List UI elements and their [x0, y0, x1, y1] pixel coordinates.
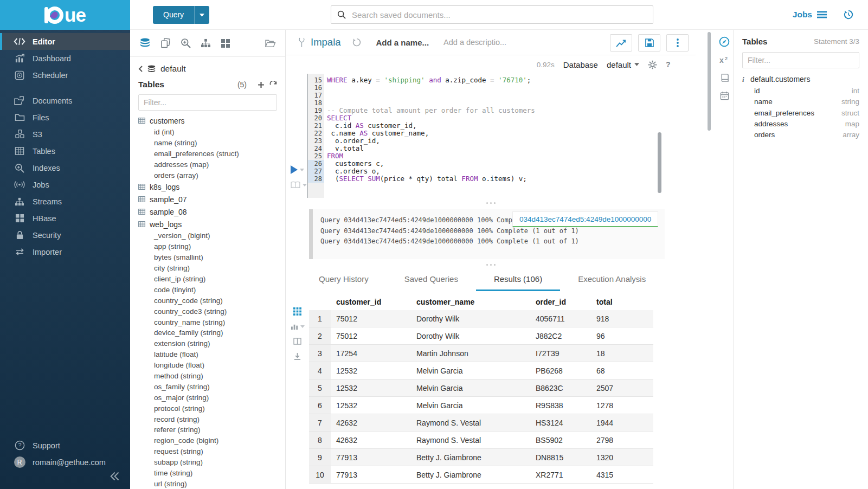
kebab-menu-button[interactable]: [666, 34, 689, 52]
column-item[interactable]: email_preferences (struct): [138, 149, 285, 159]
results-table[interactable]: customer_idcustomer_nameorder_idtotal 17…: [309, 293, 653, 484]
table-item[interactable]: k8s_logs: [138, 181, 285, 193]
grid-view-icon[interactable]: [293, 307, 301, 316]
jobs-link[interactable]: Jobs: [793, 10, 827, 20]
sidebar-item-s3[interactable]: S3: [0, 126, 130, 143]
documents-source-icon[interactable]: [160, 38, 171, 48]
column-item[interactable]: device_family (string): [138, 327, 285, 338]
table-row[interactable]: 977913Betty J. GiambroneDN88151320: [309, 449, 653, 466]
code-line[interactable]: WHERE a.key = 'shipping' and a.zip_code …: [327, 76, 685, 84]
column-item[interactable]: app (string): [138, 241, 285, 252]
column-item[interactable]: country_code3 (string): [138, 306, 285, 317]
column-item[interactable]: addresses (map): [138, 159, 285, 170]
panel-scrollbar[interactable]: [708, 32, 711, 131]
code-line[interactable]: -- Compute total amount per order for al…: [327, 107, 685, 114]
query-history-icon[interactable]: [352, 37, 362, 47]
sidebar-item-files[interactable]: Files: [0, 109, 130, 126]
code-line[interactable]: SELECT: [327, 114, 685, 122]
query-button-label[interactable]: Query: [153, 6, 194, 24]
chart-view-icon[interactable]: [291, 323, 305, 330]
column-item[interactable]: client_ip (string): [138, 274, 285, 285]
table-row[interactable]: 275012Dorothy WilkJ882C296: [309, 327, 653, 345]
language-docs-icon[interactable]: [720, 73, 729, 82]
open-folder-icon[interactable]: [265, 38, 276, 48]
tables-filter[interactable]: [138, 94, 277, 111]
results-column-header[interactable]: customer_id: [331, 293, 411, 310]
query-dropdown-caret[interactable]: [194, 6, 209, 24]
table-row[interactable]: 512532Melvin GarciaB8623C2507: [309, 379, 653, 397]
right-column-item[interactable]: ordersarray: [742, 130, 859, 140]
table-item[interactable]: sample_07: [138, 193, 285, 205]
code-line[interactable]: [327, 183, 685, 190]
tab-results-106-[interactable]: Results (106): [476, 270, 560, 291]
column-item[interactable]: referer (string): [138, 424, 285, 435]
run-options-caret[interactable]: [300, 169, 304, 171]
column-item[interactable]: extension (string): [138, 338, 285, 349]
tab-execution-analysis[interactable]: Execution Analysis: [560, 270, 664, 291]
schedule-calendar-icon[interactable]: [720, 91, 729, 100]
query-description-field[interactable]: Add a descriptio...: [443, 38, 506, 47]
sidebar-item-documents[interactable]: Documents: [0, 92, 130, 109]
column-item[interactable]: subapp (string): [138, 457, 285, 468]
column-item[interactable]: city (string): [138, 263, 285, 274]
new-query-button[interactable]: Query: [153, 6, 209, 24]
sidebar-item-jobs[interactable]: Jobs: [0, 176, 130, 193]
settings-gear-icon[interactable]: [648, 60, 657, 69]
sidebar-item-hbase[interactable]: HBase: [0, 210, 130, 227]
results-column-header[interactable]: total: [591, 293, 653, 310]
table-item[interactable]: sample_08: [138, 205, 285, 218]
column-item[interactable]: latitude (float): [138, 349, 285, 360]
code-line[interactable]: v.total: [327, 145, 685, 152]
right-column-item[interactable]: addressesmap: [742, 119, 859, 130]
resize-grip[interactable]: [286, 196, 696, 209]
sql-editor[interactable]: 1516171819202122232425262728 WHERE a.key…: [286, 74, 696, 196]
table-row[interactable]: 412532Melvin GarciaPB626868: [309, 362, 653, 379]
code-line[interactable]: [327, 190, 685, 198]
history-icon[interactable]: [843, 9, 854, 20]
database-value[interactable]: default: [607, 60, 631, 69]
column-item[interactable]: name (string): [138, 138, 285, 149]
column-item[interactable]: code (tinyint): [138, 285, 285, 295]
code-line[interactable]: (SELECT SUM(price * qty) total FROM o.it…: [327, 175, 685, 183]
sidebar-item-romain-gethue-com[interactable]: Rromain@gethue.com: [0, 454, 130, 471]
code-line[interactable]: c.id AS customer_id,: [327, 122, 685, 130]
column-item[interactable]: os_major (string): [138, 393, 285, 403]
column-item[interactable]: country_code (string): [138, 295, 285, 306]
column-item[interactable]: time (string): [138, 468, 285, 479]
sidebar-item-importer[interactable]: Importer: [0, 243, 130, 260]
column-item[interactable]: method (string): [138, 371, 285, 382]
column-item[interactable]: id (int): [138, 127, 285, 138]
help-icon[interactable]: ?: [666, 61, 671, 68]
tab-query-history[interactable]: Query History: [301, 270, 387, 291]
column-item[interactable]: os_family (string): [138, 382, 285, 393]
sidebar-item-security[interactable]: Security: [0, 227, 130, 243]
column-item[interactable]: _version_ (bigint): [138, 230, 285, 241]
column-item[interactable]: country_name (string): [138, 317, 285, 328]
table-row[interactable]: 317254Martin JohnsonI72T3918: [309, 345, 653, 362]
run-query-button[interactable]: [291, 165, 304, 174]
refresh-icon[interactable]: [269, 81, 277, 88]
table-row[interactable]: 175012Dorothy Wilk4056711918: [309, 310, 653, 327]
back-chevron-icon[interactable]: [138, 66, 143, 72]
query-name-field[interactable]: Add a name...: [376, 38, 429, 47]
editor-code[interactable]: WHERE a.key = 'shipping' and a.zip_code …: [327, 76, 685, 198]
collapse-sidebar-icon[interactable]: [108, 470, 120, 482]
query-id-tooltip[interactable]: 034d413ec7474ed5:4249de1000000000: [512, 211, 658, 227]
tables-filter-input[interactable]: [138, 94, 277, 111]
database-selector[interactable]: default: [607, 60, 639, 69]
column-item[interactable]: protocol (string): [138, 403, 285, 414]
sidebar-item-support[interactable]: ?Support: [0, 437, 130, 454]
database-name[interactable]: default: [160, 64, 186, 74]
code-line[interactable]: [327, 92, 685, 99]
right-filter[interactable]: [742, 52, 859, 68]
table-row[interactable]: 612532Melvin GarciaR9S8381278: [309, 397, 653, 414]
column-item[interactable]: record (string): [138, 414, 285, 425]
database-breadcrumb[interactable]: default: [130, 57, 285, 74]
right-column-item[interactable]: idint: [742, 86, 859, 96]
active-table-name[interactable]: default.customers: [750, 75, 811, 83]
global-search[interactable]: [331, 5, 653, 24]
right-column-item[interactable]: email_preferencesstruct: [742, 108, 859, 119]
code-line[interactable]: c.name AS customer_name,: [327, 130, 685, 137]
code-line[interactable]: FROM: [327, 152, 685, 160]
play-icon[interactable]: [291, 165, 298, 174]
